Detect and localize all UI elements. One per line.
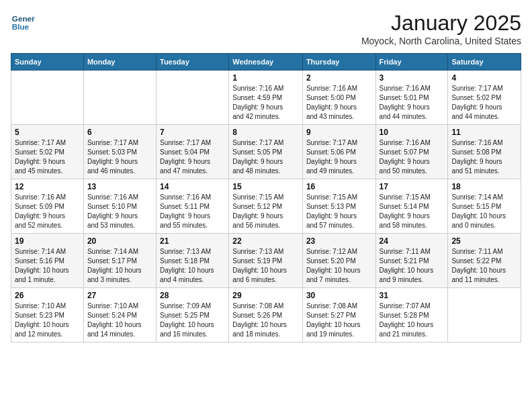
calendar-week-4: 19Sunrise: 7:14 AM Sunset: 5:16 PM Dayli… <box>11 234 521 288</box>
calendar-cell: 11Sunrise: 7:16 AM Sunset: 5:08 PM Dayli… <box>448 125 521 179</box>
day-number: 1 <box>232 73 299 83</box>
calendar-body: 1Sunrise: 7:16 AM Sunset: 4:59 PM Daylig… <box>11 71 521 342</box>
calendar-cell: 13Sunrise: 7:16 AM Sunset: 5:10 PM Dayli… <box>83 179 156 234</box>
calendar-cell: 14Sunrise: 7:16 AM Sunset: 5:11 PM Dayli… <box>156 179 228 234</box>
day-number: 17 <box>380 182 445 191</box>
calendar-cell: 20Sunrise: 7:14 AM Sunset: 5:17 PM Dayli… <box>83 234 156 288</box>
day-info: Sunrise: 7:17 AM Sunset: 5:02 PM Dayligh… <box>451 84 517 122</box>
day-number: 2 <box>306 73 372 83</box>
day-number: 26 <box>15 291 80 300</box>
calendar-title: January 2025 <box>361 11 521 36</box>
calendar-cell: 9Sunrise: 7:17 AM Sunset: 5:06 PM Daylig… <box>302 125 375 179</box>
day-info: Sunrise: 7:16 AM Sunset: 4:59 PM Dayligh… <box>232 84 299 122</box>
day-number: 20 <box>87 236 152 246</box>
day-number: 8 <box>232 128 299 137</box>
day-number: 21 <box>160 236 225 246</box>
day-info: Sunrise: 7:14 AM Sunset: 5:15 PM Dayligh… <box>451 193 517 230</box>
day-header-tuesday: Tuesday <box>156 54 228 71</box>
calendar-cell: 17Sunrise: 7:15 AM Sunset: 5:14 PM Dayli… <box>375 179 448 234</box>
calendar-cell: 8Sunrise: 7:17 AM Sunset: 5:05 PM Daylig… <box>229 125 303 179</box>
calendar-cell: 15Sunrise: 7:15 AM Sunset: 5:12 PM Dayli… <box>229 179 303 234</box>
day-number: 22 <box>232 236 299 246</box>
calendar-subtitle: Moyock, North Carolina, United States <box>361 36 521 46</box>
day-number: 5 <box>15 128 80 137</box>
calendar-cell: 27Sunrise: 7:10 AM Sunset: 5:24 PM Dayli… <box>83 288 156 342</box>
calendar-cell: 3Sunrise: 7:16 AM Sunset: 5:01 PM Daylig… <box>375 71 448 125</box>
title-block: January 2025 Moyock, North Carolina, Uni… <box>361 11 521 46</box>
day-info: Sunrise: 7:11 AM Sunset: 5:22 PM Dayligh… <box>451 247 517 285</box>
calendar-cell: 26Sunrise: 7:10 AM Sunset: 5:23 PM Dayli… <box>11 288 84 342</box>
day-info: Sunrise: 7:12 AM Sunset: 5:20 PM Dayligh… <box>306 247 372 285</box>
day-number: 23 <box>306 236 372 246</box>
day-info: Sunrise: 7:08 AM Sunset: 5:26 PM Dayligh… <box>232 302 299 339</box>
calendar-table: SundayMondayTuesdayWednesdayThursdayFrid… <box>11 53 521 342</box>
calendar-cell: 10Sunrise: 7:16 AM Sunset: 5:07 PM Dayli… <box>375 125 448 179</box>
calendar-week-3: 12Sunrise: 7:16 AM Sunset: 5:09 PM Dayli… <box>11 179 521 234</box>
day-number: 3 <box>380 73 445 83</box>
day-info: Sunrise: 7:17 AM Sunset: 5:06 PM Dayligh… <box>306 138 372 176</box>
day-info: Sunrise: 7:15 AM Sunset: 5:12 PM Dayligh… <box>232 193 299 230</box>
calendar-cell <box>11 71 84 125</box>
day-info: Sunrise: 7:14 AM Sunset: 5:17 PM Dayligh… <box>87 247 152 285</box>
calendar-cell: 18Sunrise: 7:14 AM Sunset: 5:15 PM Dayli… <box>448 179 521 234</box>
calendar-cell: 24Sunrise: 7:11 AM Sunset: 5:21 PM Dayli… <box>375 234 448 288</box>
day-info: Sunrise: 7:10 AM Sunset: 5:24 PM Dayligh… <box>87 302 152 339</box>
day-info: Sunrise: 7:17 AM Sunset: 5:02 PM Dayligh… <box>15 138 80 176</box>
calendar-cell: 6Sunrise: 7:17 AM Sunset: 5:03 PM Daylig… <box>83 125 156 179</box>
calendar-cell: 22Sunrise: 7:13 AM Sunset: 5:19 PM Dayli… <box>229 234 303 288</box>
day-info: Sunrise: 7:13 AM Sunset: 5:19 PM Dayligh… <box>232 247 299 285</box>
day-info: Sunrise: 7:17 AM Sunset: 5:03 PM Dayligh… <box>87 138 152 176</box>
calendar-cell: 16Sunrise: 7:15 AM Sunset: 5:13 PM Dayli… <box>302 179 375 234</box>
calendar-header-row: SundayMondayTuesdayWednesdayThursdayFrid… <box>11 54 521 71</box>
day-number: 13 <box>87 182 152 191</box>
day-header-sunday: Sunday <box>11 54 84 71</box>
day-info: Sunrise: 7:17 AM Sunset: 5:04 PM Dayligh… <box>160 138 225 176</box>
day-number: 11 <box>451 128 517 137</box>
calendar-cell: 4Sunrise: 7:17 AM Sunset: 5:02 PM Daylig… <box>448 71 521 125</box>
calendar-cell: 1Sunrise: 7:16 AM Sunset: 4:59 PM Daylig… <box>229 71 303 125</box>
logo: General Blue <box>11 11 35 35</box>
day-info: Sunrise: 7:11 AM Sunset: 5:21 PM Dayligh… <box>380 247 445 285</box>
day-number: 6 <box>87 128 152 137</box>
day-info: Sunrise: 7:16 AM Sunset: 5:09 PM Dayligh… <box>15 193 80 230</box>
day-number: 24 <box>380 236 445 246</box>
day-info: Sunrise: 7:08 AM Sunset: 5:27 PM Dayligh… <box>306 302 372 339</box>
day-number: 14 <box>160 182 225 191</box>
day-number: 4 <box>451 73 517 83</box>
day-number: 25 <box>451 236 517 246</box>
calendar-cell: 30Sunrise: 7:08 AM Sunset: 5:27 PM Dayli… <box>302 288 375 342</box>
calendar-cell: 12Sunrise: 7:16 AM Sunset: 5:09 PM Dayli… <box>11 179 84 234</box>
calendar-cell: 25Sunrise: 7:11 AM Sunset: 5:22 PM Dayli… <box>448 234 521 288</box>
svg-text:Blue: Blue <box>12 22 30 31</box>
day-info: Sunrise: 7:10 AM Sunset: 5:23 PM Dayligh… <box>15 302 80 339</box>
calendar-cell <box>156 71 228 125</box>
calendar-cell: 5Sunrise: 7:17 AM Sunset: 5:02 PM Daylig… <box>11 125 84 179</box>
day-number: 7 <box>160 128 225 137</box>
calendar-cell: 31Sunrise: 7:07 AM Sunset: 5:28 PM Dayli… <box>375 288 448 342</box>
day-info: Sunrise: 7:15 AM Sunset: 5:14 PM Dayligh… <box>380 193 445 230</box>
day-info: Sunrise: 7:16 AM Sunset: 5:07 PM Dayligh… <box>380 138 445 176</box>
day-header-friday: Friday <box>375 54 448 71</box>
calendar-week-5: 26Sunrise: 7:10 AM Sunset: 5:23 PM Dayli… <box>11 288 521 342</box>
day-header-monday: Monday <box>83 54 156 71</box>
calendar-cell: 7Sunrise: 7:17 AM Sunset: 5:04 PM Daylig… <box>156 125 228 179</box>
calendar-cell: 21Sunrise: 7:13 AM Sunset: 5:18 PM Dayli… <box>156 234 228 288</box>
day-info: Sunrise: 7:16 AM Sunset: 5:11 PM Dayligh… <box>160 193 225 230</box>
calendar-week-1: 1Sunrise: 7:16 AM Sunset: 4:59 PM Daylig… <box>11 71 521 125</box>
day-number: 29 <box>232 291 299 300</box>
calendar-cell: 28Sunrise: 7:09 AM Sunset: 5:25 PM Dayli… <box>156 288 228 342</box>
day-info: Sunrise: 7:07 AM Sunset: 5:28 PM Dayligh… <box>380 302 445 339</box>
day-number: 15 <box>232 182 299 191</box>
day-info: Sunrise: 7:17 AM Sunset: 5:05 PM Dayligh… <box>232 138 299 176</box>
day-number: 27 <box>87 291 152 300</box>
calendar-cell: 23Sunrise: 7:12 AM Sunset: 5:20 PM Dayli… <box>302 234 375 288</box>
day-header-saturday: Saturday <box>448 54 521 71</box>
day-info: Sunrise: 7:13 AM Sunset: 5:18 PM Dayligh… <box>160 247 225 285</box>
day-number: 10 <box>380 128 445 137</box>
day-header-wednesday: Wednesday <box>229 54 303 71</box>
day-info: Sunrise: 7:16 AM Sunset: 5:01 PM Dayligh… <box>380 84 445 122</box>
day-info: Sunrise: 7:16 AM Sunset: 5:00 PM Dayligh… <box>306 84 372 122</box>
day-number: 28 <box>160 291 225 300</box>
day-info: Sunrise: 7:16 AM Sunset: 5:08 PM Dayligh… <box>451 138 517 176</box>
calendar-week-2: 5Sunrise: 7:17 AM Sunset: 5:02 PM Daylig… <box>11 125 521 179</box>
